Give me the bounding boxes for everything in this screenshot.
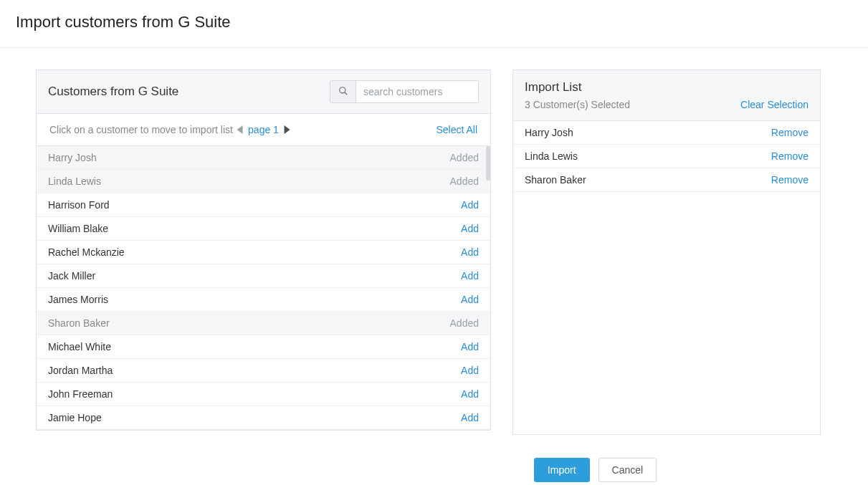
- customers-panel: Customers from G Suite Click on a custom…: [36, 69, 491, 431]
- import-list-header: Import List 3 Customer(s) Selected Clear…: [513, 70, 820, 121]
- import-name: Harry Josh: [525, 127, 573, 138]
- pager-label[interactable]: page 1: [248, 124, 279, 135]
- pager-next-icon[interactable]: [283, 125, 290, 134]
- remove-link[interactable]: Remove: [771, 127, 809, 138]
- import-row: Harry JoshRemove: [513, 121, 820, 145]
- customer-row[interactable]: Harrison FordAdd: [37, 193, 490, 217]
- customer-name: Linda Lewis: [48, 176, 101, 187]
- hint-text: Click on a customer to move to import li…: [49, 124, 233, 135]
- pager: page 1: [237, 124, 290, 135]
- import-list-panel: Import List 3 Customer(s) Selected Clear…: [512, 69, 821, 435]
- add-link[interactable]: Add: [461, 270, 479, 282]
- import-row: Sharon BakerRemove: [513, 168, 820, 192]
- customers-panel-title: Customers from G Suite: [48, 85, 178, 99]
- svg-marker-2: [237, 125, 242, 134]
- remove-link[interactable]: Remove: [771, 174, 809, 186]
- customer-row[interactable]: Michael WhiteAdd: [37, 335, 490, 359]
- import-name: Sharon Baker: [525, 174, 586, 186]
- import-row: Linda LewisRemove: [513, 145, 820, 168]
- svg-point-0: [339, 87, 345, 92]
- cancel-button[interactable]: Cancel: [598, 458, 657, 482]
- customers-panel-header: Customers from G Suite Click on a custom…: [37, 70, 490, 146]
- import-list: Harry JoshRemoveLinda LewisRemoveSharon …: [513, 121, 820, 192]
- customer-name: Jordan Martha: [48, 365, 113, 376]
- added-label: Added: [450, 176, 479, 187]
- customer-row[interactable]: Jack MillerAdd: [37, 264, 490, 288]
- add-link[interactable]: Add: [461, 223, 479, 234]
- customer-row[interactable]: James MorrisAdd: [37, 288, 490, 312]
- customer-name: William Blake: [48, 223, 108, 234]
- search-wrap: [330, 80, 479, 103]
- customer-name: John Freeman: [48, 388, 113, 400]
- customer-name: Sharon Baker: [48, 317, 110, 329]
- customer-name: Jack Miller: [48, 270, 95, 282]
- page-header: Import customers from G Suite: [0, 0, 868, 48]
- added-label: Added: [450, 152, 479, 163]
- content-area: Customers from G Suite Click on a custom…: [0, 48, 868, 435]
- footer: Import Cancel: [144, 443, 725, 485]
- add-link[interactable]: Add: [461, 199, 479, 211]
- customer-row[interactable]: Jordan MarthaAdd: [37, 359, 490, 383]
- search-input[interactable]: [356, 81, 478, 102]
- customer-row[interactable]: William BlakeAdd: [37, 217, 490, 241]
- page-title: Import customers from G Suite: [16, 13, 852, 32]
- customer-row[interactable]: Linda LewisAdded: [37, 170, 490, 193]
- add-link[interactable]: Add: [461, 294, 479, 305]
- scrollbar-thumb[interactable]: [486, 146, 490, 181]
- customer-name: Harrison Ford: [48, 199, 110, 211]
- add-link[interactable]: Add: [461, 388, 479, 400]
- pager-prev-icon[interactable]: [237, 125, 244, 134]
- select-all-link[interactable]: Select All: [436, 124, 477, 135]
- add-link[interactable]: Add: [461, 412, 479, 423]
- add-link[interactable]: Add: [461, 365, 479, 376]
- import-name: Linda Lewis: [525, 150, 578, 162]
- search-icon: [338, 86, 348, 98]
- added-label: Added: [450, 317, 479, 329]
- remove-link[interactable]: Remove: [771, 150, 809, 162]
- add-link[interactable]: Add: [461, 341, 479, 352]
- import-button[interactable]: Import: [534, 458, 590, 482]
- customer-row[interactable]: Sharon BakerAdded: [37, 312, 490, 335]
- add-link[interactable]: Add: [461, 246, 479, 258]
- customer-name: Jamie Hope: [48, 412, 102, 423]
- customer-row[interactable]: Harry JoshAdded: [37, 146, 490, 170]
- svg-line-1: [344, 92, 347, 95]
- selected-count-text: 3 Customer(s) Selected: [525, 99, 630, 110]
- customer-name: Michael White: [48, 341, 111, 352]
- customer-list: Harry JoshAddedLinda LewisAddedHarrison …: [37, 146, 490, 430]
- customer-name: Rachel Mckanzie: [48, 246, 125, 258]
- customer-row[interactable]: John FreemanAdd: [37, 383, 490, 406]
- search-button[interactable]: [330, 81, 356, 102]
- import-list-title: Import List: [525, 80, 809, 95]
- customer-name: Harry Josh: [48, 152, 97, 163]
- svg-marker-3: [285, 125, 290, 134]
- customer-row[interactable]: Rachel MckanzieAdd: [37, 241, 490, 264]
- clear-selection-link[interactable]: Clear Selection: [740, 99, 809, 110]
- customer-row[interactable]: Jamie HopeAdd: [37, 406, 490, 430]
- customer-name: James Morris: [48, 294, 108, 305]
